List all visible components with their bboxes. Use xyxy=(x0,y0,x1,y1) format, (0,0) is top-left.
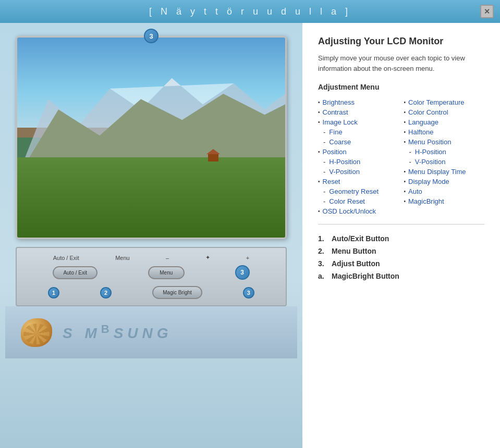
intro-text: Simply move your mouse over each topic t… xyxy=(318,53,484,73)
bullet-menu-position: • xyxy=(404,139,406,145)
list-num-1: 1. xyxy=(318,234,328,243)
list-text-2: Menu Button xyxy=(332,247,376,255)
menu-item-label-coarse[interactable]: Coarse xyxy=(329,138,351,146)
house xyxy=(208,153,218,161)
bullet-osd-lock: • xyxy=(318,208,320,214)
close-button[interactable]: ✕ xyxy=(480,5,494,18)
menu-item-label-color-reset[interactable]: Color Reset xyxy=(329,197,365,205)
btn-menu[interactable]: Menu xyxy=(148,266,185,279)
menu-item-label-color-temp[interactable]: Color Temperature xyxy=(408,98,464,106)
menu-item-display-mode[interactable]: • Display Mode xyxy=(404,177,485,186)
button-row-bottom-2[interactable]: 1 2 Magic Bright 3 xyxy=(25,284,278,301)
menu-item-v-position[interactable]: - V-Position xyxy=(318,167,399,177)
dash-fine: - xyxy=(323,128,325,136)
button-row-bottom[interactable]: Auto / Exit Menu 3 xyxy=(25,263,278,282)
list-item-2: 2. Menu Button xyxy=(318,245,484,257)
list-num-2: 2. xyxy=(318,247,328,255)
menu-item-label-language[interactable]: Language xyxy=(408,118,438,126)
monitor-frame xyxy=(16,36,287,239)
title-bar: [ N ä y t t ö r u u d u l l a ] ✕ xyxy=(0,0,500,23)
btn-number-2[interactable]: 2 xyxy=(100,287,112,298)
bullet-brightness: • xyxy=(318,99,320,105)
menu-item-label-halftone[interactable]: Halftone xyxy=(408,128,433,136)
menu-item-label-position[interactable]: Position xyxy=(323,148,347,156)
divider xyxy=(318,224,484,225)
menu-item-color-control[interactable]: • Color Control xyxy=(404,107,485,117)
btn-auto-exit-label: Auto / Exit xyxy=(53,255,79,261)
menu-item-label-h-position-2[interactable]: H-Position xyxy=(415,148,446,156)
list-num-a: a. xyxy=(318,272,328,280)
dash-geometry-reset: - xyxy=(323,188,325,195)
menu-item-label-v-position[interactable]: V-Position xyxy=(329,168,360,176)
menu-item-osd-lock[interactable]: • OSD Lock/Unlock xyxy=(318,206,399,216)
bullet-reset: • xyxy=(318,179,320,184)
menu-item-label-menu-display-time[interactable]: Menu Display Time xyxy=(408,168,466,176)
menu-item-label-osd-lock[interactable]: OSD Lock/Unlock xyxy=(323,207,376,215)
menu-item-label-geometry-reset[interactable]: Geometry Reset xyxy=(329,188,379,195)
menu-item-contrast[interactable]: • Contrast xyxy=(318,107,399,117)
menu-item-label-contrast[interactable]: Contrast xyxy=(323,108,348,116)
bullet-language: • xyxy=(404,119,406,125)
menu-item-label-color-control[interactable]: Color Control xyxy=(408,108,448,116)
main-content: 3 xyxy=(0,23,500,448)
btn-number-3-bottom[interactable]: 3 xyxy=(243,287,254,298)
menu-item-label-display-mode[interactable]: Display Mode xyxy=(408,178,449,185)
left-panel: 3 xyxy=(0,23,302,448)
menu-item-label-image-lock[interactable]: Image Lock xyxy=(323,118,358,126)
btn-number-3-top[interactable]: 3 xyxy=(235,265,250,280)
menu-item-fine[interactable]: - Fine xyxy=(318,127,399,137)
menu-item-language[interactable]: • Language xyxy=(404,117,485,127)
menu-item-color-reset[interactable]: - Color Reset xyxy=(318,196,399,206)
btn-menu-label: Menu xyxy=(115,255,130,261)
menu-item-position[interactable]: • Position xyxy=(318,147,399,157)
menu-col2: • Color Temperature • Color Control • La… xyxy=(404,97,485,216)
menu-item-geometry-reset[interactable]: - Geometry Reset xyxy=(318,186,399,196)
btn-magic-bright[interactable]: Magic Bright xyxy=(152,286,202,299)
menu-item-auto[interactable]: • Auto xyxy=(404,186,485,196)
dash-color-reset: - xyxy=(323,197,325,205)
menu-item-coarse[interactable]: - Coarse xyxy=(318,137,399,147)
btn-number-1[interactable]: 1 xyxy=(48,287,59,298)
menu-item-label-menu-position[interactable]: Menu Position xyxy=(408,138,451,146)
btn-minus-label: – xyxy=(166,255,169,261)
dash-v-position: - xyxy=(323,168,325,176)
monitor-base: Auto / Exit Menu – ✦ + Auto / Exit Menu … xyxy=(16,247,287,306)
menu-item-menu-display-time[interactable]: • Menu Display Time xyxy=(404,167,485,177)
menu-item-menu-position[interactable]: • Menu Position xyxy=(404,137,485,147)
samsung-logo: S MBSUNG xyxy=(63,322,173,342)
bullet-menu-display-time: • xyxy=(404,169,406,175)
menu-item-color-temp[interactable]: • Color Temperature xyxy=(404,97,485,107)
menu-item-v-position-2[interactable]: - V-Position xyxy=(404,157,485,167)
section-title: Adjustment Menu xyxy=(318,83,484,91)
bullet-image-lock: • xyxy=(318,119,320,125)
dash-v-position-2: - xyxy=(409,158,411,166)
menu-grid: • Brightness • Contrast • Image Lock - F… xyxy=(318,97,484,216)
menu-item-brightness[interactable]: • Brightness xyxy=(318,97,399,107)
btn-auto-exit[interactable]: Auto / Exit xyxy=(53,266,97,279)
monitor-wrapper: 3 xyxy=(16,36,287,239)
menu-item-magic-bright[interactable]: • MagicBright xyxy=(404,196,485,206)
menu-item-label-reset[interactable]: Reset xyxy=(323,178,340,185)
menu-item-h-position-2[interactable]: - H-Position xyxy=(404,147,485,157)
bottom-decoration: S MBSUNG xyxy=(5,306,297,358)
menu-item-halftone[interactable]: • Halftone xyxy=(404,127,485,137)
menu-item-label-auto[interactable]: Auto xyxy=(408,188,422,195)
right-panel: Adjusting Your LCD Monitor Simply move y… xyxy=(302,23,500,448)
menu-item-reset[interactable]: • Reset xyxy=(318,177,399,186)
menu-item-label-v-position-2[interactable]: V-Position xyxy=(415,158,446,166)
bullet-display-mode: • xyxy=(404,179,406,184)
bullet-magic-bright: • xyxy=(404,198,406,204)
bullet-color-temp: • xyxy=(404,99,406,105)
menu-item-label-brightness[interactable]: Brightness xyxy=(323,98,355,106)
menu-item-label-magic-bright[interactable]: MagicBright xyxy=(408,197,444,205)
valley-floor xyxy=(17,157,285,238)
shell-image xyxy=(21,318,52,347)
menu-col1: • Brightness • Contrast • Image Lock - F… xyxy=(318,97,399,216)
menu-item-image-lock[interactable]: • Image Lock xyxy=(318,117,399,127)
list-text-3: Adjust Button xyxy=(332,259,380,268)
menu-item-label-fine[interactable]: Fine xyxy=(329,128,342,136)
menu-item-label-h-position[interactable]: H-Position xyxy=(329,158,360,166)
menu-item-h-position[interactable]: - H-Position xyxy=(318,157,399,167)
page-title: Adjusting Your LCD Monitor xyxy=(318,36,484,47)
list-item-1: 1. Auto/Exit Button xyxy=(318,232,484,245)
